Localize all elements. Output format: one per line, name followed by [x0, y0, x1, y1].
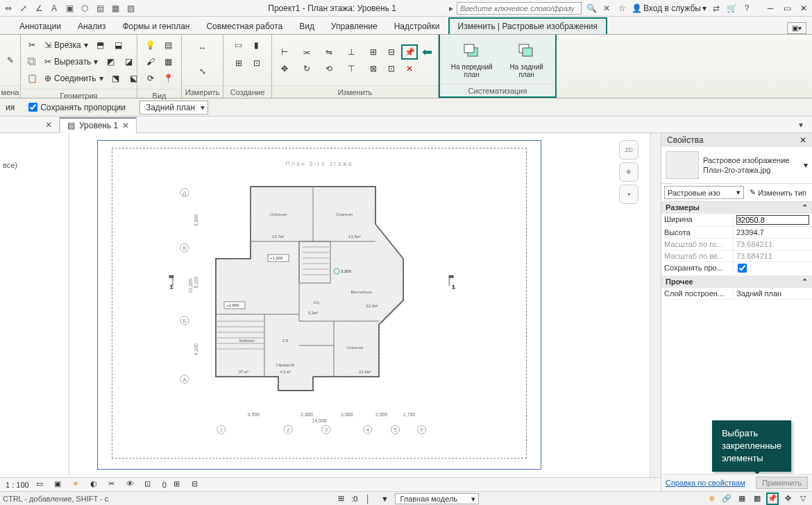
mirror2-icon[interactable]: ⟲	[321, 61, 337, 76]
ribbon-expand-icon[interactable]: ▣▾	[787, 22, 806, 34]
shape-icon[interactable]: ⬡	[79, 3, 90, 14]
minimize-button[interactable]: ─	[762, 1, 779, 15]
offset-icon[interactable]: ⫘	[298, 44, 315, 60]
dim-linear-icon[interactable]: ⇔	[3, 3, 14, 14]
wall-icon[interactable]: ▮	[248, 37, 265, 53]
m2-icon[interactable]: ⊟	[383, 44, 400, 60]
scissors-icon[interactable]: ✂	[24, 37, 40, 53]
extra2-icon[interactable]: ▧	[125, 3, 136, 14]
text-icon[interactable]: A	[49, 3, 60, 14]
tab-view[interactable]: Вид	[291, 19, 323, 34]
sb-filter2-icon[interactable]: ▽	[797, 493, 809, 505]
nav-viewcube[interactable]: 2D	[619, 140, 638, 160]
vb-style-icon[interactable]: ▣	[54, 479, 65, 490]
help-icon[interactable]: ?	[741, 3, 752, 14]
login-link[interactable]: 👤Вход в службы▾	[632, 3, 707, 13]
search-input[interactable]	[457, 2, 582, 15]
shape1-icon[interactable]: ⬒	[92, 37, 109, 53]
mirror1-icon[interactable]: ⇋	[321, 44, 337, 60]
group-icon[interactable]: ⊡	[248, 55, 265, 71]
sb-drag-icon[interactable]: ✥	[781, 493, 794, 505]
shape2-icon[interactable]: ⬓	[110, 37, 127, 53]
exchange-icon[interactable]: ⇄	[711, 3, 722, 14]
chevron-down-icon[interactable]: ▾	[804, 160, 808, 170]
vb-shadow-icon[interactable]: ◐	[90, 479, 101, 490]
collapse-icon[interactable]: ⌃	[802, 203, 808, 212]
nav-pan-icon[interactable]: ✥	[619, 162, 638, 182]
keep-proportions-checkbox[interactable]: Сохранять пропорции	[28, 103, 126, 112]
rotate-icon[interactable]: ↻	[298, 61, 315, 76]
sb-filter-icon[interactable]: ▼	[378, 493, 391, 505]
close-icon[interactable]: ✕	[45, 120, 52, 130]
props-apply-button[interactable]: Применить	[756, 477, 808, 489]
nav-more-icon[interactable]: ▾	[619, 185, 638, 204]
image-selection-frame[interactable]: План 2-го этажа	[97, 140, 541, 470]
vb-reveal-icon[interactable]: ⊡	[144, 479, 155, 490]
m1-icon[interactable]: ⊞	[365, 44, 382, 60]
send-back-button[interactable]: На задний план	[502, 40, 551, 80]
props-help-link[interactable]: Справка по свойствам	[666, 479, 745, 487]
m5-icon[interactable]: ⊡	[383, 61, 400, 76]
collapse-icon[interactable]: ⌃	[802, 277, 808, 286]
move-icon[interactable]: ✥	[276, 61, 293, 76]
measure-icon[interactable]: ↔	[191, 37, 214, 58]
prop-layer-value[interactable]: Задний план	[734, 288, 812, 299]
sb-ws-icon[interactable]: ⊞	[335, 493, 347, 505]
binoculars-icon[interactable]: 🔍	[586, 3, 597, 14]
edit-type-button[interactable]: ✎Изменить тип	[747, 187, 809, 198]
shape3-icon[interactable]: ◩	[102, 54, 119, 69]
type-selector[interactable]: Растровое изображение План-2го-этажа.jpg	[703, 155, 800, 175]
close-icon[interactable]: ✕	[122, 121, 129, 130]
m3-pin-icon[interactable]: 📌	[401, 44, 418, 60]
vertical-scrollbar[interactable]	[650, 133, 661, 480]
brush-icon[interactable]: 🖌	[142, 54, 159, 69]
tab-addins[interactable]: Надстройки	[386, 19, 448, 34]
prop-height-value[interactable]: 23394.7	[734, 227, 812, 238]
tab-annotations[interactable]: Аннотации	[11, 19, 69, 34]
trim-icon[interactable]: ⊥	[343, 44, 360, 60]
rect-icon[interactable]: ▭	[230, 37, 247, 53]
shape4-icon[interactable]: ◪	[120, 54, 137, 69]
close-window-button[interactable]: ✕	[795, 1, 812, 15]
vb-sun-icon[interactable]: ☀	[72, 479, 83, 490]
tab-menu-icon[interactable]: ▾	[795, 119, 806, 130]
dim-icon[interactable]: ⤡	[191, 61, 214, 82]
rpt-icon[interactable]: ⟳	[142, 71, 159, 86]
vb-hide-icon[interactable]: 👁	[126, 479, 137, 490]
star-icon[interactable]: ☆	[616, 3, 627, 14]
vb-i1-icon[interactable]: ⊞	[174, 479, 185, 490]
vb-i2-icon[interactable]: ⊟	[192, 479, 203, 490]
doc-tab-blank[interactable]: ✕	[0, 117, 60, 132]
restore-button[interactable]: ▭	[779, 1, 795, 15]
m6-delete-icon[interactable]: ✕	[401, 61, 418, 76]
panel-icon[interactable]: ▤	[94, 3, 105, 14]
array-icon[interactable]: ⊞	[230, 55, 247, 71]
light-icon[interactable]: 💡	[142, 37, 159, 53]
tab-manage[interactable]: Управление	[323, 19, 386, 34]
cart-icon[interactable]: 🛒	[726, 3, 737, 14]
props-close-icon[interactable]: ✕	[800, 135, 806, 145]
doc-tab-level1[interactable]: ▤ Уровень 1 ✕	[60, 117, 137, 133]
drawing-canvas[interactable]: План 2-го этажа	[69, 133, 661, 491]
tab-analysis[interactable]: Анализ	[69, 19, 115, 34]
prop-width-input[interactable]	[736, 215, 809, 225]
grid-icon[interactable]: ▦	[160, 54, 177, 69]
split-icon[interactable]: ⊤	[343, 61, 360, 76]
shape5-icon[interactable]: ⬔	[108, 71, 124, 86]
cube-icon[interactable]: ▣	[64, 3, 75, 14]
paste-icon[interactable]: 📋	[24, 71, 40, 86]
cut-button[interactable]: ✂Вырезать▾	[42, 57, 101, 67]
insert-button[interactable]: ⇲Врезка▾	[42, 40, 91, 50]
join-button[interactable]: ⊕Соединить▾	[42, 74, 106, 83]
tab-collaborate[interactable]: Совместная работа	[198, 19, 291, 34]
sb-link-icon[interactable]: 🔗	[720, 493, 733, 505]
extra1-icon[interactable]: ▦	[110, 3, 121, 14]
layer-icon[interactable]: ▤	[160, 37, 177, 53]
viewbar-scale[interactable]: 1 : 100	[6, 481, 29, 489]
comm-icon[interactable]: ✕	[601, 3, 612, 14]
modify-tool-icon[interactable]: ✎	[4, 53, 16, 68]
sb-sel1-icon[interactable]: ▦	[736, 493, 748, 505]
bring-front-button[interactable]: На передний план	[444, 40, 499, 80]
search-arrow-icon[interactable]: ▸	[446, 3, 457, 14]
dim-aligned-icon[interactable]: ⤢	[18, 3, 29, 14]
